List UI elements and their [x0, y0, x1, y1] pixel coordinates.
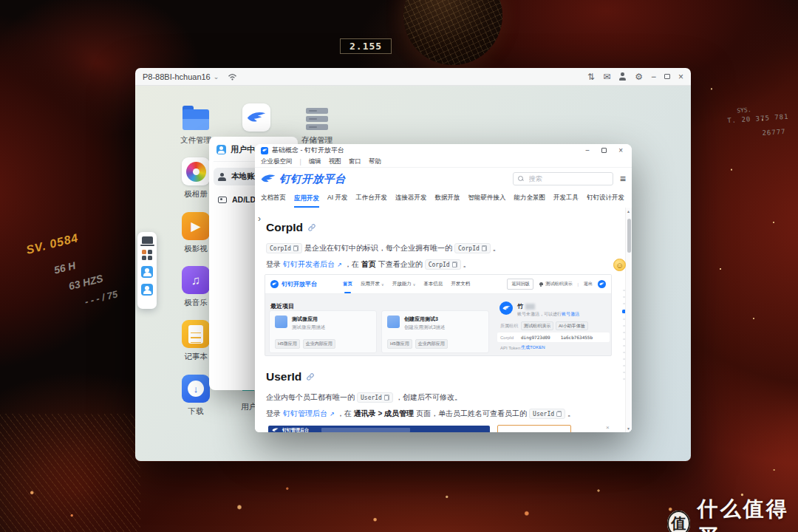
gear-icon[interactable]: ⚙ [635, 72, 643, 81]
search-input[interactable] [528, 174, 608, 183]
chevron-down-icon[interactable]: ⌄ [214, 73, 219, 81]
project-card-2[interactable]: 创建应用测试3 创建应用测试3描述 H5微应用 企业内部应用 [381, 310, 489, 353]
search-icon [518, 176, 524, 182]
tab-capability-map[interactable]: 能力全景图 [514, 194, 545, 208]
scrollbar-thumb[interactable] [627, 219, 631, 253]
developer-console-link[interactable]: 钉钉开发者后台 [283, 259, 335, 270]
app-grid-icon[interactable] [142, 250, 152, 260]
maximize-button[interactable] [601, 148, 607, 153]
doc-searchbox[interactable] [513, 172, 613, 185]
running-app-user-icon[interactable] [141, 266, 153, 278]
anchor-link-icon[interactable] [306, 372, 315, 381]
console-avatar[interactable] [598, 280, 606, 288]
anchor-link-icon[interactable] [307, 223, 316, 232]
storage-server-icon [303, 103, 331, 132]
profile-avatar [499, 301, 513, 315]
person-icon [218, 173, 226, 181]
hud-text-1: 56 H [52, 259, 77, 276]
tab-ai-dev[interactable]: AI 开发 [327, 194, 347, 208]
org-switcher[interactable]: 测试组织演示 [539, 281, 572, 287]
project-card-1[interactable]: 测试微应用 测试微应用描述 H5微应用 企业内部应用 [269, 310, 377, 353]
tab-connector-dev[interactable]: 连接器开发 [395, 194, 427, 208]
copy-icon[interactable] [452, 262, 457, 267]
doc-scrollbar[interactable]: ▲ ▼ [625, 208, 632, 432]
userid-paragraph-1: 企业内每个员工都有唯一的 UserId ，创建后不可修改。 [266, 392, 462, 403]
copy-icon[interactable] [384, 395, 389, 400]
nas-device-name[interactable]: P8-88BI-hchuan16 [143, 72, 211, 81]
profile-org-row: 所属组织 测试组织演示 AI小助手体验 [497, 321, 610, 330]
console-logo-icon [270, 280, 279, 288]
download-arrow-icon: ↓ [182, 375, 210, 403]
doc-site-header: 钉钉开放平台 ≡ [255, 168, 632, 190]
redacted-blur [525, 304, 535, 310]
embedded-admin-screenshot: 钉钉管理后台 × [265, 424, 612, 432]
logout-link[interactable]: 退出 [584, 281, 593, 287]
userid-paragraph-2: 登录 钉钉管理后台 ↗ ，在 通讯录 > 成员管理 页面，单击员工姓名可查看员工… [266, 409, 575, 419]
menu-edit[interactable]: 编辑 [309, 157, 321, 166]
tag-h5-app: H5微应用 [387, 339, 412, 349]
menu-icon[interactable]: ≡ [620, 173, 626, 185]
corpid-chip: CorpId [425, 259, 461, 270]
org-tag: 测试组织演示 [521, 321, 553, 330]
close-button[interactable]: × [678, 72, 683, 81]
menu-view[interactable]: 视图 [329, 157, 341, 166]
nas-device-icon[interactable] [142, 236, 153, 244]
admin-console-link[interactable]: 钉钉管理后台 [283, 409, 327, 419]
console-nav-app-dev[interactable]: 应用开发∨ [361, 281, 384, 287]
tab-design-dev[interactable]: 钉钉设计开发 [587, 194, 624, 208]
tab-app-dev[interactable]: 应用开发 [294, 194, 319, 208]
feedback-smiley-button[interactable]: ☺ [613, 259, 626, 271]
console-nav-home[interactable]: 首页 [343, 281, 352, 287]
smzdm-watermark: 值 什么值得买 [667, 495, 798, 532]
external-link-icon: ↗ [337, 262, 342, 268]
copy-icon[interactable] [556, 411, 562, 417]
copy-icon[interactable] [482, 245, 487, 251]
console-nav-basic-info[interactable]: 基本信息 [423, 281, 443, 287]
minimize-button[interactable]: − [651, 72, 656, 81]
menu-window[interactable]: 窗口 [349, 157, 361, 166]
maximize-button[interactable] [664, 74, 670, 79]
activate-link[interactable]: 账号激活 [562, 312, 579, 316]
doc-titlebar[interactable]: 基础概念 - 钉钉开放平台 − × [255, 144, 632, 157]
corpid-chip: CorpId [454, 243, 491, 253]
scroll-up-icon[interactable]: ▲ [627, 209, 630, 214]
screen: 2.155 SV. 0584 56 H 63 HZS - - - / 75 SY… [0, 0, 798, 532]
app-icon [275, 316, 287, 328]
tab-doc-home[interactable]: 文档首页 [261, 194, 286, 208]
corpid-value-2: 1a6cb763455b [561, 335, 593, 340]
scroll-down-icon[interactable]: ▼ [627, 426, 630, 431]
account-icon[interactable] [618, 72, 627, 81]
corpid-value: ding9723d09 [521, 335, 550, 340]
copy-icon[interactable] [293, 245, 299, 251]
doc-nav-tabs: 文档首页 应用开发 AI 开发 工作台开发 连接器开发 数据开放 智能硬件接入 … [255, 190, 632, 208]
close-button[interactable]: × [618, 147, 623, 154]
notes-page-icon [182, 320, 210, 348]
desktop-icon-storage[interactable]: 存储管理 [289, 103, 345, 146]
app-icon [387, 316, 400, 328]
menu-help[interactable]: 帮助 [369, 157, 381, 166]
tab-hardware-access[interactable]: 智能硬件接入 [468, 194, 505, 208]
admin-header-bar: 钉钉管理后台 [268, 426, 490, 432]
tab-workbench-dev[interactable]: 工作台开发 [355, 194, 387, 208]
admin-brand: 钉钉管理后台 [282, 427, 309, 433]
sidebar-expand-icon[interactable]: › [258, 214, 261, 224]
console-nav-docs[interactable]: 开发文档 [451, 281, 470, 287]
userid-chip: UserId [357, 392, 393, 403]
menu-workspace[interactable]: 企业极空间 [261, 157, 293, 166]
running-app-user-icon-2[interactable] [141, 284, 153, 296]
network-status-icon[interactable] [228, 70, 237, 83]
generate-token-link[interactable]: 生成TOKEN [521, 344, 545, 351]
minimize-button[interactable]: − [585, 147, 590, 154]
dingtalk-brand[interactable]: 钉钉开放平台 [261, 172, 346, 186]
tab-dev-tools[interactable]: 开发工具 [553, 194, 579, 208]
back-to-old-button[interactable]: 返回旧版 [507, 279, 533, 290]
hud-t20-text: T. 20 375 781 [727, 113, 789, 125]
brand-text: 钉钉开放平台 [279, 172, 346, 186]
smzdm-logo: 值 [667, 511, 690, 532]
mail-icon[interactable]: ✉ [603, 72, 610, 81]
smzdm-label: 什么值得买 [698, 495, 798, 532]
wallpaper-sparkles [687, 52, 798, 362]
console-nav-capabilities[interactable]: 开放能力∨ [392, 281, 416, 287]
tab-data-open[interactable]: 数据开放 [434, 194, 460, 208]
sort-icon[interactable]: ⇅ [587, 72, 595, 81]
